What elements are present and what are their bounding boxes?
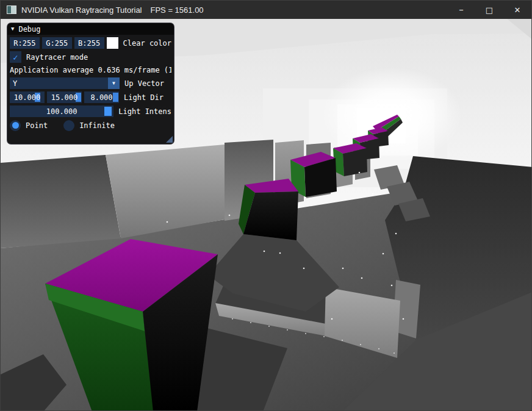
up-vector-label: Up Vector xyxy=(124,79,164,88)
radio-infinite[interactable] xyxy=(63,120,74,131)
debug-panel-header[interactable]: ▼ Debug xyxy=(7,23,174,35)
debug-panel-title: Debug xyxy=(18,25,40,34)
light-intensity-slider[interactable]: 100.000 xyxy=(10,105,113,117)
minimize-button[interactable]: – xyxy=(447,1,475,19)
close-button[interactable]: ✕ xyxy=(503,1,531,19)
resize-grip[interactable] xyxy=(166,136,173,143)
raytracer-checkbox[interactable]: ✓ xyxy=(10,51,21,63)
window-title: NVIDIA Vulkan Raytracing Tutorial xyxy=(21,5,142,15)
collapse-arrow-icon[interactable]: ▼ xyxy=(11,26,14,32)
chevron-down-icon: ▼ xyxy=(112,81,115,86)
light-dir-y-value: 15.000 xyxy=(51,93,77,102)
raytracer-label[interactable]: Raytracer mode xyxy=(26,53,88,62)
window-controls: – □ ✕ xyxy=(447,1,531,19)
radio-point-label[interactable]: Point xyxy=(26,121,48,130)
light-dir-z-value: 8.000 xyxy=(90,93,112,102)
fps-counter: FPS = 1561.00 xyxy=(151,5,204,15)
radio-point[interactable] xyxy=(10,120,21,131)
clear-color-swatch[interactable] xyxy=(107,37,118,49)
stats-text: Application average 0.636 ms/frame (15 xyxy=(10,65,171,75)
light-dir-z-slider[interactable]: 8.000 xyxy=(84,91,119,103)
checkmark-icon: ✓ xyxy=(13,53,18,62)
light-intensity-value: 100.000 xyxy=(46,107,77,116)
light-dir-y-slider[interactable]: 15.000 xyxy=(47,91,82,103)
radio-selected-dot xyxy=(12,122,19,129)
app-window: NVIDIA Vulkan Raytracing Tutorial FPS = … xyxy=(0,0,532,411)
debug-panel-body: R:255 G:255 B:255 Clear color ✓ Raytrace… xyxy=(7,35,174,131)
light-dir-label: Light Dir xyxy=(124,93,164,102)
up-vector-value: Y xyxy=(10,79,108,88)
up-vector-row: Y ▼ Up Vector xyxy=(10,77,171,89)
light-dir-x-value: 10.000 xyxy=(14,93,40,102)
clear-color-label: Clear color xyxy=(123,39,171,48)
app-icon xyxy=(7,5,16,14)
combo-arrow-button[interactable]: ▼ xyxy=(108,77,120,89)
debug-panel: ▼ Debug R:255 G:255 B:255 Clear color ✓ … xyxy=(7,23,174,145)
clear-color-b-field[interactable]: B:255 xyxy=(74,37,104,49)
light-dir-x-slider[interactable]: 10.000 xyxy=(10,91,45,103)
wall-left-dark xyxy=(1,155,121,248)
slider-grab[interactable] xyxy=(113,93,118,102)
clear-color-r-field[interactable]: R:255 xyxy=(10,37,40,49)
light-type-row: Point Infinite xyxy=(10,120,171,131)
light-intensity-label: Light Intens xyxy=(118,107,171,116)
radio-infinite-label[interactable]: Infinite xyxy=(79,121,115,130)
light-intensity-row: 100.000 Light Intens xyxy=(10,105,171,117)
titlebar[interactable]: NVIDIA Vulkan Raytracing Tutorial FPS = … xyxy=(1,1,531,19)
raytracer-row: ✓ Raytracer mode xyxy=(10,51,171,63)
up-vector-combo[interactable]: Y ▼ xyxy=(10,77,120,89)
clear-color-row: R:255 G:255 B:255 Clear color xyxy=(10,37,171,49)
clear-color-g-field[interactable]: G:255 xyxy=(42,37,72,49)
slider-grab[interactable] xyxy=(104,107,112,116)
light-dir-row: 10.000 15.000 8.000 Light Dir xyxy=(10,91,171,103)
maximize-button[interactable]: □ xyxy=(475,1,503,19)
